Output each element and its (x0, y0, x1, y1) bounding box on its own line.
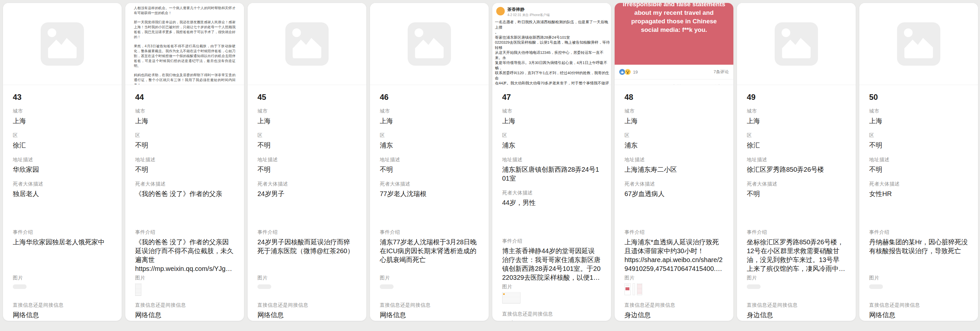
reaction-count: 19 (633, 70, 638, 75)
record-number: 50 (869, 92, 968, 102)
field-deceased: 死者大体描述 67岁血透病人 (624, 181, 724, 226)
field-value: 丹纳赫集团的某Hr，因心脏猝死没有核酸报告耽误治疗，导致死亡 (869, 238, 968, 273)
card-info: 47 城市 上海 区 浦东 地址描述 浦东新区唐镇创新西路28弄24号101室 … (492, 85, 611, 321)
field-label: 事件介绍 (869, 229, 968, 235)
field-deceased: 死者大体描述 不明 (747, 181, 846, 226)
image-thumbnail[interactable] (135, 283, 142, 296)
image-thumbnail[interactable] (633, 283, 635, 295)
field-value: 身边信息 (747, 311, 846, 320)
field-value: 浦东 (502, 141, 601, 150)
field-label: 地址描述 (135, 156, 234, 163)
field-value: 不明 (869, 141, 968, 150)
field-label: 地址描述 (624, 156, 724, 163)
image-thumbnail[interactable] (869, 285, 883, 289)
field-district: 区 不明 (258, 132, 356, 150)
card-info: 46 城市 上海 区 浦东 地址描述 不明 死者大体描述 77岁老人沈瑞根 事件… (370, 85, 489, 320)
field-label: 死者大体描述 (869, 181, 968, 187)
like-button[interactable]: 赞 (615, 80, 654, 85)
field-value: 77岁老人沈瑞根 (380, 189, 479, 226)
share-button[interactable]: 分享 (694, 80, 733, 85)
share-icon (706, 84, 711, 85)
field-value: 浦东77岁老人沈瑞根于3月28日晚在ICU病房因长期末肾透析造成的心肌衰竭而死亡 (380, 238, 479, 273)
record-card-49[interactable]: 49 城市 上海 区 徐汇 地址描述 徐汇区罗秀路850弄26号楼 死者大体描述… (737, 3, 856, 321)
field-value: 不明 (747, 189, 846, 226)
field-label: 图片 (380, 275, 479, 281)
field-value: 不明 (869, 165, 968, 174)
field-value: 徐汇区罗秀路850弄26号楼 (747, 165, 846, 174)
image-placeholder-icon (285, 22, 329, 66)
field-image: 图片 (13, 275, 112, 296)
field-value: 上海 (380, 117, 479, 125)
field-address: 地址描述 上海浦东寿二小区 (624, 156, 724, 174)
image-placeholder-icon (775, 22, 818, 66)
field-label: 事件介绍 (258, 229, 356, 235)
field-label: 直接信息还是间接信息 (13, 302, 112, 309)
field-label: 图片 (135, 275, 234, 281)
image-thumbnail[interactable] (637, 283, 642, 295)
comment-count[interactable]: 7条评论 (714, 69, 729, 75)
record-card-45[interactable]: 45 城市 上海 区 不明 地址描述 不明 死者大体描述 24岁男子 事件介绍 … (247, 3, 367, 321)
field-value: 上海浦东*血透病人延误治疗致死且遗体滞留家中约30小时！ https://sha… (624, 238, 724, 273)
image-placeholder-icon (41, 22, 84, 66)
field-value: 上海 (13, 117, 112, 125)
field-direct: 直接信息还是间接信息 身边信息 (747, 302, 846, 320)
weibo-timestamp: 4-2 02:31 来自 iPhone客户端 (508, 13, 550, 18)
field-value: 浦东 (380, 141, 479, 150)
field-label: 死者大体描述 (624, 181, 724, 187)
field-value: 不明 (135, 141, 234, 150)
field-value: 不明 (258, 165, 356, 174)
record-card-47[interactable]: 茶香禅静 4-2 02:31 来自 iPhone客户端 一名志愿者，昨日我投入路… (492, 3, 611, 321)
card-info: 50 城市 上海 区 不明 地址描述 不明 死者大体描述 女性HR 事件介绍 丹… (859, 85, 978, 320)
field-image: 图片 (624, 275, 724, 296)
field-value: 博主茶香禅静44岁的堂哥因延误治疗去世：我哥哥家住浦东新区唐镇创新西路28弄24… (502, 246, 601, 282)
record-card-44[interactable]: 人都没有这样的机会。一个病人需要几十个人的同时帮助和关怀才有可能获得一丝的机会！… (125, 3, 244, 321)
field-value: 网络信息 (258, 311, 356, 320)
field-label: 死者大体描述 (502, 189, 601, 196)
field-district: 区 浦东 (624, 132, 724, 150)
field-address: 地址描述 浦东新区唐镇创新西路28弄24号101室 (502, 156, 601, 183)
record-card-50[interactable]: 50 城市 上海 区 不明 地址描述 不明 死者大体描述 女性HR 事件介绍 丹… (859, 3, 978, 321)
field-label: 城市 (624, 108, 724, 114)
record-card-48[interactable]: irresponsible and false statements about… (614, 3, 734, 321)
field-label: 图片 (869, 275, 968, 281)
field-label: 地址描述 (502, 156, 601, 163)
field-direct: 直接信息还是间接信息 身边信息 (502, 311, 601, 321)
image-thumbnail[interactable] (502, 292, 520, 304)
field-value: 上海华欣家园独居老人饿死家中 (13, 238, 112, 273)
field-label: 图片 (13, 275, 112, 281)
field-deceased: 死者大体描述 24岁男子 (258, 181, 356, 226)
field-label: 事件介绍 (13, 229, 112, 235)
field-label: 城市 (13, 108, 112, 114)
record-card-46[interactable]: 46 城市 上海 区 浦东 地址描述 不明 死者大体描述 77岁老人沈瑞根 事件… (370, 3, 489, 321)
field-event: 事件介绍 坐标徐汇区罗秀路850弄26号楼，12号在小区群里求救需要硝酸甘油，没… (747, 229, 846, 273)
field-value: 《我的爸爸 没了》作者的父亲 (135, 189, 234, 226)
field-image: 图片 (747, 275, 846, 296)
article-paragraph: 人都没有这样的机会。一个病人需要几十个人的同时帮助和关怀才有可能获得一丝的机会！ (134, 6, 235, 16)
field-value: 不明 (135, 165, 234, 174)
field-city: 城市 上海 (258, 108, 356, 125)
image-thumbnail[interactable] (624, 283, 631, 295)
image-thumbnail[interactable] (258, 285, 271, 289)
image-thumbnail[interactable] (747, 285, 760, 289)
field-value: 44岁，男性 (502, 198, 601, 235)
record-card-43[interactable]: 43 城市 上海 区 徐汇 地址描述 华欣家园 死者大体描述 独居老人 事件介绍… (3, 3, 122, 321)
comment-button[interactable]: 评论 (654, 80, 694, 85)
record-number: 45 (258, 92, 356, 102)
field-label: 图片 (624, 275, 724, 281)
comment-icon (666, 84, 671, 85)
field-label: 直接信息还是间接信息 (135, 302, 234, 309)
field-direct: 直接信息还是间接信息 网络信息 (13, 302, 112, 320)
field-event: 事件介绍 浦东77岁老人沈瑞根于3月28日晚在ICU病房因长期末肾透析造成的心肌… (380, 229, 479, 273)
weibo-body-text: 一名志愿者，昨日我投入路浦西核酸检测的队伍，但是累了一天后晚上接 。 哥家住浦东… (495, 20, 610, 85)
card-cover-weibo-post: irresponsible and false statements about… (615, 3, 733, 85)
image-thumbnail[interactable] (380, 285, 394, 289)
card-cover-placeholder (248, 3, 366, 85)
field-address: 地址描述 不明 (869, 156, 968, 174)
field-label: 区 (747, 132, 846, 139)
field-value: 《我的爸爸 没了》作者的父亲因延误治疗而不得不高位截肢，未久遍离世 https:… (135, 238, 234, 273)
field-value: 24岁男子因核酸而延误治疗而猝死于浦东医院（微博@红茶260） (258, 238, 356, 273)
image-thumbnail[interactable] (13, 285, 27, 289)
field-direct: 直接信息还是间接信息 身边信息 (624, 302, 724, 320)
field-label: 直接信息还是间接信息 (258, 302, 356, 309)
field-value: 网络信息 (135, 311, 234, 320)
